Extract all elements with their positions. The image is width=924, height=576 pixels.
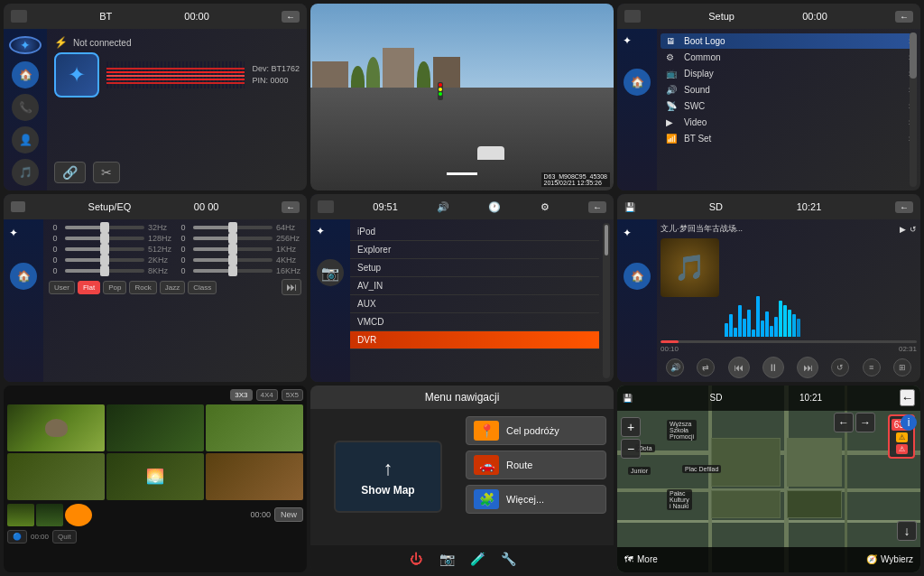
eq-slider-32hz[interactable] <box>65 226 144 229</box>
route-button[interactable]: 🚗 Route <box>466 451 606 479</box>
setup-back-button[interactable]: ← <box>895 11 913 23</box>
bt-sidebar: ✦ 🏠 📞 👤 🎵 <box>4 29 47 190</box>
bt-nav-home[interactable]: 🏠 <box>12 61 39 88</box>
next-button[interactable]: ⏭ <box>797 357 818 378</box>
gps-back-button[interactable]: ← <box>900 389 915 406</box>
eq-slider-8khz[interactable] <box>65 269 144 273</box>
eq-slider-16khz[interactable] <box>193 269 273 273</box>
eq-nav-home[interactable]: 🏠 <box>10 263 37 290</box>
gps-info-icon[interactable]: i <box>901 414 917 431</box>
setup-item-sound[interactable]: 🔊 Sound › <box>661 82 917 98</box>
eq-preset-jazz[interactable]: Jazz <box>160 281 185 294</box>
music-back-button[interactable]: ← <box>895 201 913 213</box>
bt-nav-music[interactable]: 🎵 <box>12 159 39 186</box>
destination-button[interactable]: 📍 Cel podróży <box>466 416 606 445</box>
menu-item-vmcd[interactable]: VMCD <box>350 313 599 331</box>
bt-knob[interactable]: ✦ <box>9 36 42 54</box>
eq-slider-1khz[interactable] <box>193 247 273 251</box>
setup-scrollbar[interactable] <box>910 33 917 187</box>
eq-slider-4khz[interactable] <box>193 258 273 262</box>
photo-5[interactable]: 🌅 <box>106 453 204 500</box>
eq-slider-2khz[interactable] <box>65 258 144 262</box>
eq-slider-512hz[interactable] <box>65 247 144 251</box>
menu-back-button[interactable]: ← <box>588 201 606 213</box>
eq-slider-128hz[interactable] <box>65 237 144 240</box>
eq-knob[interactable]: ✦ <box>9 227 38 255</box>
pause-button[interactable]: ⏸ <box>762 357 784 378</box>
menu-item-ipod[interactable]: iPod <box>350 223 599 241</box>
eq-preset-rock[interactable]: Rock <box>129 281 156 294</box>
photo-new-button[interactable]: New <box>274 507 303 522</box>
setup-item-swc[interactable]: 📡 SWC › <box>661 98 917 114</box>
nav-tools-icon[interactable]: 🔧 <box>498 549 518 569</box>
prev-button[interactable]: ⏮ <box>728 357 750 378</box>
setup-item-display[interactable]: 📺 Display › <box>661 66 917 81</box>
viz-bar <box>788 310 791 337</box>
vol-button[interactable]: 🔊 <box>666 358 684 376</box>
gps-arrow-right[interactable]: → <box>855 413 875 432</box>
bt-link-button[interactable]: 🔗 <box>54 162 86 183</box>
shuffle-button[interactable]: ⇄ <box>697 358 715 376</box>
gps-arrow-left[interactable]: ← <box>834 413 854 432</box>
menu-vol-icon: 🔊 <box>437 201 449 213</box>
setup-item-video[interactable]: ▶ Video › <box>661 115 917 130</box>
bt-nav-phone[interactable]: 📞 <box>12 94 39 121</box>
gps-zoom-out-button[interactable]: − <box>621 439 641 459</box>
nav-camera-icon[interactable]: 📷 <box>437 549 457 569</box>
menu-item-dvr[interactable]: DVR <box>350 331 599 349</box>
setup-item-boot-logo[interactable]: 🖥 Boot Logo › <box>661 33 917 49</box>
menu-item-setup[interactable]: Setup <box>350 259 599 277</box>
grid-3x3-button[interactable]: 3X3 <box>230 389 252 401</box>
gps-zoom-in-button[interactable]: + <box>621 417 641 437</box>
setup-item-bt-set[interactable]: 📶 BT Set › <box>661 131 917 146</box>
photo-home-button[interactable]: 🔵 <box>7 530 27 543</box>
menu-camera-icon[interactable]: 📷 <box>317 259 344 286</box>
gps-select-button[interactable]: 🧭 Wybierz <box>866 554 913 564</box>
bt-back-button[interactable]: ← <box>282 11 300 23</box>
bt-nav-contact[interactable]: 👤 <box>12 126 39 153</box>
eq-slider-64hz[interactable] <box>193 226 273 229</box>
setup-nav-home[interactable]: 🏠 <box>624 69 651 96</box>
menu-item-explorer[interactable]: Explorer <box>350 241 599 259</box>
progress-track[interactable] <box>661 340 917 343</box>
photo-2[interactable] <box>106 404 204 451</box>
music-nav-home[interactable]: 🏠 <box>624 263 651 290</box>
photo-6[interactable] <box>206 453 303 500</box>
menu-item-aux[interactable]: AUX <box>350 295 599 313</box>
menu-item-av-in[interactable]: AV_IN <box>350 277 599 295</box>
gps-scroll-down[interactable]: ↓ <box>897 521 917 541</box>
eq-slider-256hz[interactable] <box>193 237 273 240</box>
setup-header: Setup 00:00 ← <box>617 4 920 29</box>
photo-quit-button[interactable]: Quit <box>52 530 77 543</box>
thumb-1[interactable] <box>7 504 34 526</box>
grid-5x5-button[interactable]: 5X5 <box>282 389 303 401</box>
setup-knob[interactable]: ✦ <box>623 34 651 63</box>
menu-knob[interactable]: ✦ <box>316 225 345 254</box>
grid-4x4-button[interactable]: 4X4 <box>256 389 278 401</box>
menu-scrollbar[interactable] <box>603 223 610 377</box>
bt-cut-button[interactable]: ✂ <box>93 162 120 183</box>
music-sd-icon: 💾 <box>624 202 635 212</box>
nav-power-icon[interactable]: ⏻ <box>406 549 426 569</box>
list-button[interactable]: ≡ <box>863 358 881 376</box>
eq-back-button[interactable]: ← <box>282 201 300 213</box>
nav-flask-icon[interactable]: 🧪 <box>467 549 487 569</box>
eq-preset-user[interactable]: User <box>49 281 75 294</box>
eq-skip-button[interactable]: ⏭ <box>282 279 301 295</box>
photo-4[interactable] <box>7 453 105 500</box>
gps-more-button[interactable]: 🗺 More <box>624 554 658 564</box>
more-nav-button[interactable]: 🧩 Więcej... <box>466 485 606 514</box>
eq-band-2khz: 0 2KHz 0 4KHz <box>49 255 301 265</box>
eq-preset-pop[interactable]: Pop <box>103 281 126 294</box>
eq-preset-class[interactable]: Class <box>188 281 217 294</box>
grid-button[interactable]: ⊞ <box>893 358 911 376</box>
photo-3[interactable] <box>206 404 303 451</box>
thumb-2[interactable] <box>36 504 63 526</box>
photo-1[interactable] <box>7 404 105 451</box>
repeat-button[interactable]: ↺ <box>831 358 849 376</box>
music-knob[interactable]: ✦ <box>623 227 651 255</box>
show-map-button[interactable]: ↑ Show Map <box>334 441 442 513</box>
setup-item-common[interactable]: ⚙ Common › <box>661 50 917 65</box>
eq-preset-flat[interactable]: Flat <box>78 281 100 294</box>
music-track-info: 文儿·梦回当年古战场... ▶ ↺ <box>661 223 917 235</box>
